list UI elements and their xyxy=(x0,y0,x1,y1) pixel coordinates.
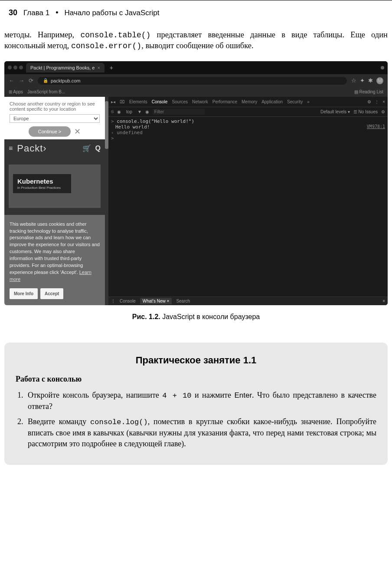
bookmark-item[interactable]: JavaScript from B... xyxy=(27,89,65,94)
extensions-puzzle-icon[interactable]: ✱ xyxy=(368,77,373,84)
region-prompt: Choose another country or region to see … xyxy=(10,101,100,112)
code-console-table: console.table() xyxy=(80,31,150,40)
profile-avatar[interactable]: M xyxy=(376,77,383,84)
devtools-settings-icon[interactable]: ⚙ xyxy=(367,99,371,104)
figure-caption: Рис. 1.2. JavaScript в консоли браузера xyxy=(4,305,388,321)
console-settings-icon[interactable]: ⚙ xyxy=(381,109,385,114)
eye-icon[interactable]: ◉ xyxy=(117,109,121,114)
cart-icon[interactable]: 🛒 xyxy=(82,144,91,152)
accept-button[interactable]: Accept xyxy=(40,288,63,299)
cookie-notice: This website uses cookies and other trac… xyxy=(4,215,105,305)
figure-caption-text: JavaScript в консоли браузера xyxy=(160,313,260,320)
tab-strip: Packt | Programming Books, e × + xyxy=(4,61,388,74)
region-close-icon[interactable]: ✕ xyxy=(74,127,81,136)
forward-button[interactable]: → xyxy=(19,77,24,84)
body-text-a: методы. Например, xyxy=(4,30,80,39)
source-link[interactable]: VM978:1 xyxy=(367,124,385,130)
context-selector[interactable]: top xyxy=(124,109,134,115)
issues-button[interactable]: ☰ No Issues xyxy=(353,109,378,114)
devtools-tabs: ▸◂ ⌧ Elements Console Sources Network Pe… xyxy=(108,97,388,107)
devtools-close-icon[interactable]: × xyxy=(382,99,385,104)
log-levels-selector[interactable]: Default levels ▾ xyxy=(320,109,350,114)
return-icon: ‹ xyxy=(111,130,117,135)
code-4-plus-10: 4 + 10 xyxy=(162,392,191,400)
body-paragraph: методы. Например, console.table() предст… xyxy=(0,21,392,52)
context-dropdown-icon[interactable]: ▼ xyxy=(137,109,142,114)
body-text-c: , выводит сообщение об ошибке. xyxy=(141,41,253,50)
website-viewport: Choose another country or region to see … xyxy=(4,97,105,305)
tab-performance[interactable]: Performance xyxy=(212,99,237,104)
console-filter-input[interactable] xyxy=(153,109,205,115)
page-number: 30 xyxy=(9,8,17,17)
address-bar-row: ← → ⟳ 🔒 packtpub.com ☆ ✦ ✱ M xyxy=(4,74,388,87)
tab-close-icon[interactable]: × xyxy=(97,65,100,70)
drawer-tab-search[interactable]: Search xyxy=(176,299,190,303)
book-subtitle: in Production Best Practices xyxy=(17,186,67,190)
page-scrollbar[interactable] xyxy=(105,97,108,305)
console-input-line: console.log("Hello world!") xyxy=(117,119,194,124)
clear-console-icon[interactable]: ⦸ xyxy=(111,109,114,114)
extension-icon[interactable]: ✦ xyxy=(360,77,365,84)
console-output-line: Hello world! xyxy=(111,124,150,130)
drawer-tab-console[interactable]: Console xyxy=(120,299,136,303)
packt-logo[interactable]: Packt› xyxy=(17,143,78,154)
tab-application[interactable]: Application xyxy=(261,99,283,104)
cookie-text: This website uses cookies and other trac… xyxy=(10,221,100,275)
traffic-lights xyxy=(8,66,23,69)
back-button[interactable]: ← xyxy=(9,77,14,84)
drawer-tab-whatsnew[interactable]: What's New × xyxy=(140,298,172,304)
bullet-separator: • xyxy=(56,8,58,17)
browser-tab[interactable]: Packt | Programming Books, e × xyxy=(26,63,105,72)
devtools-menu-icon[interactable]: ⋮ xyxy=(375,99,379,104)
tab-elements[interactable]: Elements xyxy=(129,99,147,104)
drawer-close-icon[interactable]: × xyxy=(382,299,385,303)
site-header: ≡ Packt› 🛒 Q xyxy=(4,139,105,158)
book-cover[interactable]: Kubernetes in Production Best Practices xyxy=(9,165,101,208)
region-select[interactable]: Europe xyxy=(10,114,100,123)
apps-shortcut[interactable]: ⊞ Apps xyxy=(9,89,23,94)
code-console-log: console.log() xyxy=(90,418,148,426)
exercise-box: Практическое занятие 1.1 Работа с консол… xyxy=(4,343,388,465)
tab-more[interactable]: » xyxy=(307,99,310,104)
reading-list-button[interactable]: ▤ Reading List xyxy=(354,89,383,94)
live-expression-icon[interactable]: ◉ xyxy=(145,109,149,114)
tab-network[interactable]: Network xyxy=(192,99,208,104)
browser-window: Packt | Programming Books, e × + ← → ⟳ 🔒… xyxy=(4,61,388,305)
device-toggle-icon[interactable]: ⌧ xyxy=(120,99,125,104)
hamburger-icon[interactable]: ≡ xyxy=(9,145,13,152)
region-selector-box: Choose another country or region to see … xyxy=(4,97,105,139)
star-icon[interactable]: ☆ xyxy=(351,77,356,84)
book-promo: Kubernetes in Production Best Practices xyxy=(4,158,105,215)
inspect-icon[interactable]: ▸◂ xyxy=(111,99,115,104)
prompt-icon: > xyxy=(111,135,114,141)
reload-button[interactable]: ⟳ xyxy=(29,77,33,84)
continue-button[interactable]: Continue > xyxy=(29,126,71,137)
code-console-error: console.error() xyxy=(71,42,141,50)
chapter-label: Глава 1 xyxy=(23,9,49,17)
prompt-icon: > xyxy=(111,119,117,124)
url-text: packtpub.com xyxy=(51,78,80,83)
tab-security[interactable]: Security xyxy=(287,99,303,104)
tab-sources[interactable]: Sources xyxy=(172,99,188,104)
address-bar[interactable]: 🔒 packtpub.com xyxy=(38,77,347,85)
tab-memory[interactable]: Memory xyxy=(242,99,257,104)
more-info-button[interactable]: More Info xyxy=(10,288,38,299)
exercise-subtitle: Работа с консолью xyxy=(16,375,376,384)
new-tab-button[interactable]: + xyxy=(107,64,116,71)
search-icon[interactable]: Q xyxy=(95,145,101,152)
page-header: 30 Глава 1 • Начало работы с JavaScript xyxy=(0,0,392,21)
console-body[interactable]: > console.log("Hello world!") Hello worl… xyxy=(108,117,388,297)
lock-icon: 🔒 xyxy=(43,78,48,83)
chapter-title: Начало работы с JavaScript xyxy=(64,9,159,17)
content-row: Choose another country or region to see … xyxy=(4,97,388,305)
drawer-menu-icon[interactable]: ⋮ xyxy=(111,299,115,303)
window-control-icon xyxy=(381,66,384,69)
figure-wrap: Packt | Programming Books, e × + ← → ⟳ 🔒… xyxy=(0,52,392,321)
figure-label: Рис. 1.2. xyxy=(132,313,160,320)
devtools-panel: ▸◂ ⌧ Elements Console Sources Network Pe… xyxy=(108,97,388,305)
console-toolbar: ⦸ ◉ top ▼ ◉ Default levels ▾ ☰ No Issues… xyxy=(108,107,388,117)
tab-title: Packt | Programming Books, e xyxy=(30,65,95,70)
tab-console[interactable]: Console xyxy=(152,99,168,104)
exercise-item-1: Откройте консоль браузера, напишите 4 + … xyxy=(25,390,376,412)
console-return-value: undefined xyxy=(117,130,143,135)
